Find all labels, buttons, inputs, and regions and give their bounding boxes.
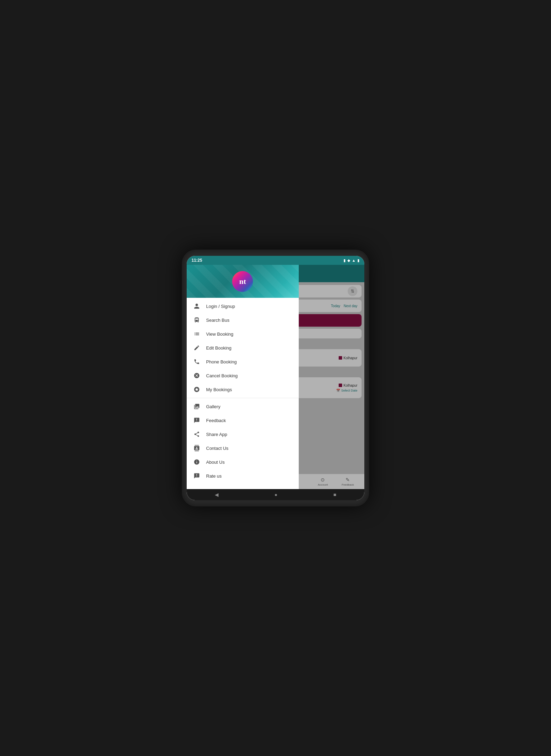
share-icon — [193, 430, 201, 438]
menu-divider — [187, 398, 299, 398]
search-bus-label: Search Bus — [206, 318, 229, 323]
list-icon — [193, 330, 201, 338]
info-icon — [193, 458, 201, 466]
gallery-icon — [193, 403, 201, 410]
device-nav-bar: ◀ ● ■ — [187, 489, 364, 500]
drawer-header: nt — [187, 265, 299, 298]
cancel-icon — [193, 372, 201, 379]
menu-item-cancel-booking[interactable]: Cancel Booking — [187, 369, 299, 383]
feedback-icon — [193, 417, 201, 424]
menu-item-my-bookings[interactable]: My Bookings — [187, 383, 299, 396]
menu-item-login[interactable]: Login / Signup — [187, 299, 299, 313]
home-button[interactable]: ● — [274, 492, 277, 497]
signal-icon: ▲ — [352, 258, 356, 262]
menu-item-search-bus[interactable]: Search Bus — [187, 313, 299, 327]
device-frame: 11:25 ▮ ◆ ▲ ▮ ⇅ — [182, 250, 369, 506]
bus-icon — [193, 316, 201, 324]
logo-text: nt — [239, 277, 246, 286]
edit-booking-label: Edit Booking — [206, 345, 231, 351]
menu-item-edit-booking[interactable]: Edit Booking — [187, 341, 299, 355]
menu-item-rate-us[interactable]: Rate us — [187, 469, 299, 483]
menu-item-phone-booking[interactable]: Phone Booking — [187, 355, 299, 369]
contact-us-label: Contact Us — [206, 446, 228, 451]
device-screen: 11:25 ▮ ◆ ▲ ▮ ⇅ — [187, 256, 364, 500]
wifi-icon: ◆ — [347, 258, 350, 263]
battery-icon: ▮ — [357, 258, 359, 263]
menu-section-1: Login / Signup Search Bus View Booking — [187, 298, 299, 489]
side-drawer: nt Login / Signup Se — [187, 265, 299, 489]
view-booking-label: View Booking — [206, 331, 234, 337]
menu-item-contact-us[interactable]: Contact Us — [187, 441, 299, 455]
menu-item-feedback[interactable]: Feedback — [187, 413, 299, 427]
screen-content: ⇅ Today Next day BUSES AFE GUIDELINES — [187, 265, 364, 489]
login-label: Login / Signup — [206, 304, 235, 309]
star-icon — [193, 386, 201, 393]
feedback-label: Feedback — [206, 418, 226, 423]
phone-booking-label: Phone Booking — [206, 359, 237, 364]
cancel-booking-label: Cancel Booking — [206, 373, 238, 378]
share-app-label: Share App — [206, 432, 227, 437]
status-bar: 11:25 ▮ ◆ ▲ ▮ — [187, 256, 364, 265]
sim-icon: ▮ — [344, 258, 346, 263]
my-bookings-label: My Bookings — [206, 387, 232, 392]
rate-icon — [193, 472, 201, 480]
about-us-label: About Us — [206, 460, 224, 465]
person-icon — [193, 302, 201, 310]
app-logo: nt — [232, 271, 253, 292]
phone-icon — [193, 358, 201, 366]
menu-item-view-booking[interactable]: View Booking — [187, 327, 299, 341]
status-time: 11:25 — [192, 258, 202, 263]
gallery-label: Gallery — [206, 404, 220, 409]
status-icons: ▮ ◆ ▲ ▮ — [344, 258, 359, 263]
rate-us-label: Rate us — [206, 473, 222, 479]
contact-icon — [193, 444, 201, 452]
menu-item-gallery[interactable]: Gallery — [187, 400, 299, 413]
menu-item-about-us[interactable]: About Us — [187, 455, 299, 469]
menu-item-share-app[interactable]: Share App — [187, 427, 299, 441]
edit-icon — [193, 344, 201, 352]
recent-button[interactable]: ■ — [333, 492, 336, 497]
back-button[interactable]: ◀ — [215, 492, 219, 497]
